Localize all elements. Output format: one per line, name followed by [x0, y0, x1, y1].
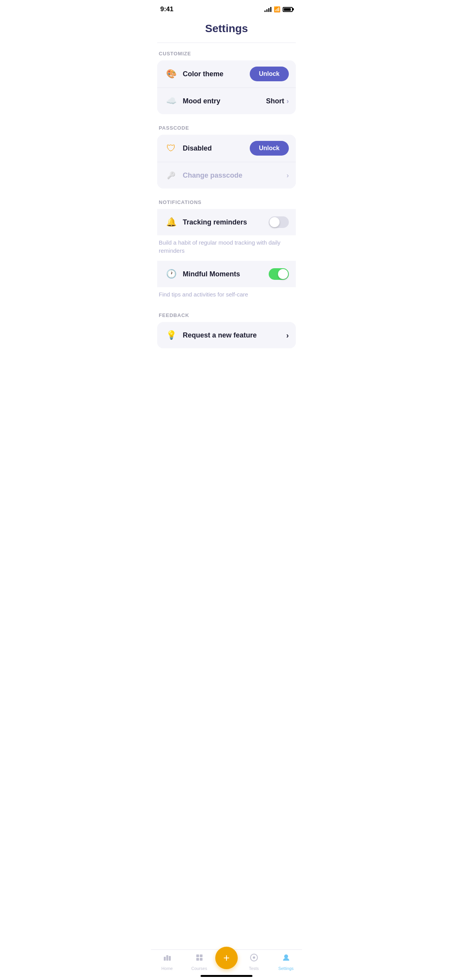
- status-icons: 📶: [264, 6, 293, 12]
- mindful-moments-toggle-track[interactable]: [269, 268, 289, 280]
- passcode-unlock-button[interactable]: Unlock: [250, 141, 289, 156]
- page-title: Settings: [151, 16, 302, 43]
- tracking-reminders-toggle-thumb: [269, 217, 280, 227]
- svg-point-9: [284, 954, 288, 958]
- home-icon: [163, 953, 172, 965]
- feedback-section-label: FEEDBACK: [151, 305, 302, 322]
- mindful-moments-label: Mindful Moments: [183, 270, 269, 278]
- nav-add-button[interactable]: +: [215, 947, 238, 969]
- settings-nav-icon: [281, 953, 291, 965]
- passcode-card: 🛡 Disabled Unlock 🔑 Change passcode ›: [157, 135, 296, 188]
- mood-entry-chevron: ›: [287, 97, 289, 105]
- color-theme-unlock-button[interactable]: Unlock: [250, 67, 289, 81]
- tracking-reminders-row[interactable]: 🔔 Tracking reminders: [157, 209, 296, 235]
- customize-card: 🎨 Color theme Unlock ☁️ Mood entry Short…: [157, 60, 296, 114]
- bell-icon: 🔔: [164, 215, 178, 229]
- nav-tests[interactable]: Tests: [238, 953, 270, 971]
- status-bar: 9:41 📶: [151, 0, 302, 16]
- svg-rect-2: [169, 956, 171, 961]
- mindful-moments-toggle[interactable]: [269, 268, 289, 280]
- mindful-moments-toggle-thumb: [278, 269, 288, 279]
- svg-point-8: [253, 956, 255, 959]
- palette-icon: 🎨: [164, 67, 178, 81]
- request-feature-chevron: ›: [286, 331, 289, 340]
- home-indicator: [201, 975, 252, 977]
- tracking-reminders-toggle[interactable]: [269, 216, 289, 228]
- svg-rect-5: [196, 958, 199, 961]
- passcode-section-label: PASSCODE: [151, 117, 302, 135]
- clock-icon: 🕐: [164, 267, 178, 281]
- svg-rect-4: [200, 954, 202, 957]
- nav-courses-label: Courses: [191, 966, 207, 971]
- tracking-reminders-label: Tracking reminders: [183, 218, 269, 226]
- mood-entry-label: Mood entry: [183, 97, 266, 105]
- mindful-moments-description: Find tips and activities for self-care: [151, 289, 302, 305]
- nav-courses[interactable]: Courses: [183, 953, 215, 971]
- tests-icon: [249, 953, 259, 965]
- key-icon: 🔑: [164, 168, 178, 182]
- svg-rect-0: [164, 957, 166, 961]
- customize-section-label: CUSTOMIZE: [151, 43, 302, 60]
- change-passcode-row[interactable]: 🔑 Change passcode ›: [157, 162, 296, 188]
- passcode-disabled-label: Disabled: [183, 144, 250, 152]
- nav-home[interactable]: Home: [151, 953, 183, 971]
- feedback-card: 💡 Request a new feature ›: [157, 322, 296, 348]
- status-time: 9:41: [160, 5, 173, 13]
- nav-home-label: Home: [161, 966, 173, 971]
- nav-tests-label: Tests: [249, 966, 259, 971]
- shield-icon: 🛡: [164, 141, 178, 155]
- signal-icon: [264, 7, 271, 12]
- passcode-disabled-row[interactable]: 🛡 Disabled Unlock: [157, 135, 296, 162]
- color-theme-row[interactable]: 🎨 Color theme Unlock: [157, 60, 296, 87]
- color-theme-label: Color theme: [183, 70, 250, 78]
- battery-icon: [283, 7, 293, 12]
- change-passcode-chevron: ›: [287, 171, 289, 180]
- mood-entry-value: Short ›: [266, 97, 289, 105]
- bulb-icon: 💡: [164, 328, 178, 342]
- tracking-reminders-description: Build a habit of regular mood tracking w…: [151, 237, 302, 261]
- wifi-icon: 📶: [274, 6, 280, 12]
- notifications-section-label: NOTIFICATIONS: [151, 192, 302, 209]
- cloud-icon: ☁️: [164, 94, 178, 108]
- request-feature-label: Request a new feature: [183, 331, 286, 339]
- svg-rect-3: [196, 954, 199, 957]
- nav-settings-label: Settings: [278, 966, 294, 971]
- change-passcode-label: Change passcode: [183, 171, 287, 180]
- mindful-moments-card: 🕐 Mindful Moments: [157, 261, 296, 287]
- mood-entry-row[interactable]: ☁️ Mood entry Short ›: [157, 87, 296, 114]
- request-feature-row[interactable]: 💡 Request a new feature ›: [157, 322, 296, 348]
- svg-rect-6: [200, 958, 202, 961]
- mindful-moments-row[interactable]: 🕐 Mindful Moments: [157, 261, 296, 287]
- tracking-reminders-card: 🔔 Tracking reminders: [157, 209, 296, 235]
- nav-add-icon: +: [223, 953, 230, 963]
- svg-rect-1: [166, 955, 168, 961]
- tracking-reminders-toggle-track[interactable]: [269, 216, 289, 228]
- nav-settings[interactable]: Settings: [270, 953, 302, 971]
- courses-icon: [195, 953, 204, 965]
